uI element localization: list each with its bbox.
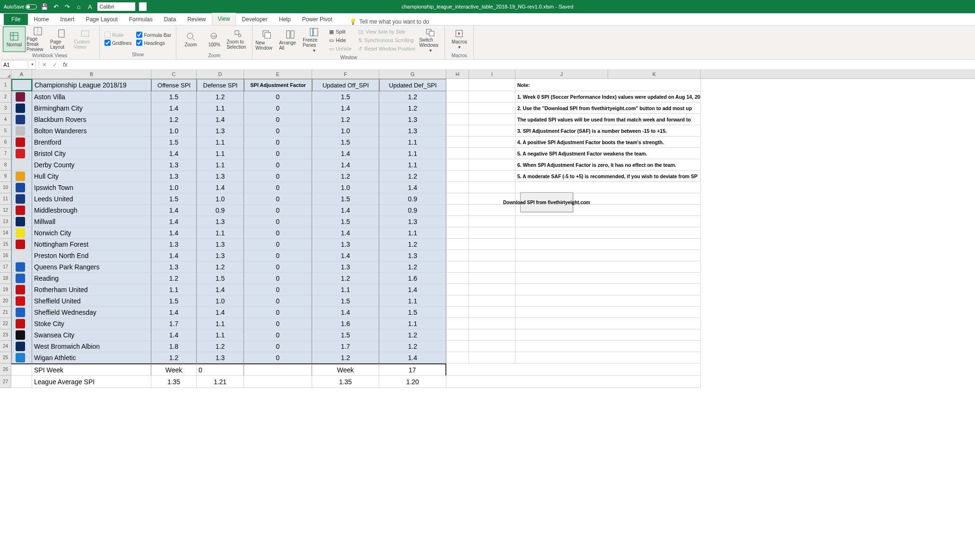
switch-windows-button[interactable]: Switch Windows ▾ [419, 27, 442, 53]
cell[interactable] [515, 295, 701, 307]
cell[interactable] [11, 250, 32, 261]
save-icon[interactable]: 💾 [41, 3, 48, 10]
cell[interactable] [446, 318, 469, 329]
row-header[interactable]: 2 [0, 91, 11, 103]
col-header-A[interactable]: A [11, 70, 32, 78]
cell[interactable]: 1.6 [379, 273, 446, 284]
cell[interactable]: 1.2 [197, 91, 244, 103]
tab-developer[interactable]: Developer [236, 14, 273, 25]
new-window-button[interactable]: New Window [255, 27, 278, 53]
cell[interactable]: 1.0 [312, 125, 379, 137]
cell[interactable]: The updated SPI values will be used from… [515, 114, 701, 125]
cell[interactable]: 1.2 [197, 261, 244, 273]
cell[interactable]: 0.9 [379, 205, 446, 216]
cell[interactable] [11, 114, 32, 125]
cell[interactable]: Middlesbrough [32, 205, 151, 216]
cell[interactable] [515, 239, 701, 250]
cell[interactable]: 1. Week 0 SPI (Soccer Performance Index)… [515, 91, 701, 103]
cell[interactable] [515, 261, 701, 273]
cell[interactable]: 1.2 [151, 352, 197, 363]
cell[interactable]: 1.7 [151, 318, 197, 329]
headings-checkbox[interactable]: Headings [136, 40, 171, 46]
cell[interactable]: 1.0 [151, 182, 197, 193]
col-header-C[interactable]: C [151, 70, 197, 78]
cell[interactable]: 1.2 [379, 91, 446, 103]
cell[interactable]: 0 [244, 171, 312, 182]
row-header[interactable]: 24 [0, 341, 11, 352]
cell[interactable]: 1.2 [379, 329, 446, 341]
cell[interactable]: 1.4 [151, 148, 197, 159]
cell[interactable]: 1.1 [197, 159, 244, 171]
page-layout-button[interactable]: Page Layout [50, 26, 73, 52]
arrange-all-button[interactable]: Arrange All [279, 27, 302, 53]
cell[interactable]: 1.4 [312, 103, 379, 114]
cell[interactable] [446, 137, 469, 148]
cell[interactable]: 5. A negative SPI Adjustment Factor weak… [515, 148, 701, 159]
cell[interactable]: 0 [244, 125, 312, 137]
cell[interactable]: 1.3 [151, 239, 197, 250]
cell[interactable]: 1.5 [312, 329, 379, 341]
cell[interactable] [446, 171, 469, 182]
normal-view-button[interactable]: Normal [3, 26, 26, 52]
cell[interactable] [446, 341, 469, 352]
row-header[interactable]: 21 [0, 307, 11, 318]
freeze-panes-button[interactable]: Freeze Panes ▾ [303, 27, 325, 53]
cell[interactable]: 1.5 [151, 193, 197, 205]
cell[interactable] [446, 250, 469, 261]
cell[interactable] [515, 352, 701, 363]
cell[interactable]: 0 [244, 261, 312, 273]
cell[interactable]: SPI Adjustment Factor [244, 79, 312, 91]
cell[interactable] [11, 91, 32, 103]
col-header-E[interactable]: E [244, 70, 312, 78]
cancel-formula-icon[interactable]: ✕ [39, 61, 50, 68]
cell[interactable] [469, 341, 515, 352]
cell[interactable] [244, 363, 312, 376]
cell[interactable]: 1.1 [197, 137, 244, 148]
cell[interactable]: 1.1 [197, 227, 244, 239]
cell[interactable]: Wigan Athletic [32, 352, 151, 363]
cell[interactable]: Nottingham Forest [32, 239, 151, 250]
cell[interactable]: 1.1 [379, 159, 446, 171]
cell[interactable] [469, 79, 515, 91]
cell[interactable]: 0 [244, 307, 312, 318]
cell[interactable]: 1.3 [197, 216, 244, 227]
cell[interactable] [469, 239, 515, 250]
cell[interactable] [11, 329, 32, 341]
tab-help[interactable]: Help [273, 14, 296, 25]
cell[interactable] [446, 182, 469, 193]
cell[interactable] [11, 261, 32, 273]
row-header[interactable]: 6 [0, 137, 11, 148]
row-header[interactable]: 22 [0, 318, 11, 329]
undo-icon[interactable]: ↶ [52, 3, 60, 10]
zoom-100-button[interactable]: 100100% [203, 26, 226, 52]
cell[interactable]: 1.2 [379, 171, 446, 182]
cell[interactable]: 0 [197, 363, 244, 376]
cell[interactable] [11, 148, 32, 159]
cell[interactable]: 1.3 [379, 250, 446, 261]
redo-icon[interactable]: ↷ [63, 3, 71, 10]
cell[interactable]: 1.2 [312, 352, 379, 363]
cell[interactable]: 0 [244, 148, 312, 159]
cell[interactable]: 1.4 [312, 205, 379, 216]
cell[interactable]: 0 [244, 103, 312, 114]
cell[interactable] [446, 307, 469, 318]
cell[interactable]: Sheffield Wednesday [32, 307, 151, 318]
col-header-F[interactable]: F [312, 70, 379, 78]
cell[interactable]: 1.4 [312, 148, 379, 159]
cell[interactable] [469, 137, 515, 148]
cell[interactable] [446, 363, 701, 376]
cell[interactable]: 1.5 [151, 137, 197, 148]
cell[interactable] [446, 261, 469, 273]
cell[interactable] [469, 103, 515, 114]
cell[interactable]: 1.4 [151, 103, 197, 114]
cell[interactable] [11, 159, 32, 171]
cell[interactable]: 1.1 [197, 103, 244, 114]
cell[interactable]: Note: [515, 79, 701, 91]
cell[interactable] [469, 261, 515, 273]
cell[interactable]: 1.0 [197, 295, 244, 307]
cell[interactable]: 1.3 [312, 261, 379, 273]
cell[interactable]: 1.7 [312, 341, 379, 352]
cell[interactable]: 0 [244, 273, 312, 284]
cell[interactable]: 3. SPI Adjustment Factor (SAF) is a numb… [515, 125, 701, 137]
cell[interactable]: Championship League 2018/19 [32, 79, 151, 91]
